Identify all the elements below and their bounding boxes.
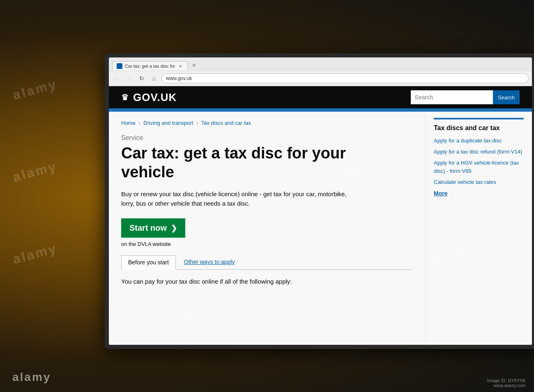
govuk-header: ♛ GOV.UK Search <box>109 86 532 108</box>
page-title: Car tax: get a tax disc for your vehicle <box>121 144 359 181</box>
breadcrumb-home[interactable]: Home <box>121 120 136 126</box>
breadcrumb: Home › Driving and transport › Tax discs… <box>121 120 413 126</box>
content-tabs: Before you start Other ways to apply <box>121 255 413 270</box>
govuk-search-area: Search <box>411 90 520 104</box>
breadcrumb-tax[interactable]: Tax discs and car tax <box>201 120 251 126</box>
browser-chrome: Car tax: get a tax disc for ✕ + ← → ↻ ⌂ <box>109 57 532 86</box>
new-tab-button[interactable]: + <box>189 60 199 71</box>
back-button[interactable]: ← <box>112 73 122 83</box>
search-input[interactable] <box>411 90 493 104</box>
sidebar-link-4[interactable]: Calculate vehicle tax rates <box>434 179 496 185</box>
browser-window: Car tax: get a tax disc for ✕ + ← → ↻ ⌂ … <box>109 57 532 345</box>
tab-other-ways[interactable]: Other ways to apply <box>177 255 242 269</box>
tab-before-you-start[interactable]: Before you start <box>121 255 176 270</box>
tab-content-text: You can pay for your tax disc online if … <box>121 278 413 285</box>
sidebar-link-1[interactable]: Apply for a duplicate tax disc <box>434 138 502 144</box>
sidebar-more-link[interactable]: More <box>434 190 524 197</box>
start-btn-label: Start now <box>129 223 167 233</box>
service-label: Service <box>121 134 413 142</box>
start-now-button[interactable]: Start now ❯ <box>121 218 185 238</box>
page-content: ♛ GOV.UK Search Home › Driv <box>109 86 532 345</box>
sidebar-link-2[interactable]: Apply for a tax disc refund (form V14) <box>434 149 522 155</box>
sidebar-links: Apply for a duplicate tax disc Apply for… <box>434 137 524 186</box>
list-item: Apply for a HGV vehicle licence (tax dis… <box>434 159 524 174</box>
tab-bar: Car tax: get a tax disc for ✕ + <box>109 57 532 71</box>
govuk-logo: ♛ GOV.UK <box>121 91 177 104</box>
start-btn-arrow-icon: ❯ <box>171 224 177 233</box>
address-input[interactable] <box>161 73 529 83</box>
page-description: Buy or renew your tax disc (vehicle lice… <box>121 190 359 208</box>
main-layout: Home › Driving and transport › Tax discs… <box>109 112 532 345</box>
crown-icon: ♛ <box>121 92 129 102</box>
refresh-button[interactable]: ↻ <box>137 73 147 83</box>
main-content: Home › Driving and transport › Tax discs… <box>109 112 425 345</box>
sidebar-blue-bar <box>434 118 524 119</box>
list-item: Apply for a tax disc refund (form V14) <box>434 148 524 156</box>
tab-close-button[interactable]: ✕ <box>177 63 183 69</box>
home-button[interactable]: ⌂ <box>149 73 159 83</box>
govuk-logo-text: GOV.UK <box>133 91 177 104</box>
tab-title: Car tax: get a tax disc for <box>125 64 175 69</box>
sidebar-link-3[interactable]: Apply for a HGV vehicle licence (tax dis… <box>434 160 519 174</box>
browser-tab[interactable]: Car tax: get a tax disc for ✕ <box>112 61 188 71</box>
forward-button[interactable]: → <box>124 73 134 83</box>
breadcrumb-sep-2: › <box>196 121 198 126</box>
tab-favicon <box>117 63 122 69</box>
dvla-note: on the DVLA website <box>121 241 413 247</box>
sidebar-title: Tax discs and car tax <box>434 124 524 132</box>
device-frame: Car tax: get a tax disc for ✕ + ← → ↻ ⌂ … <box>105 53 534 349</box>
sidebar: Tax discs and car tax Apply for a duplic… <box>425 112 532 345</box>
list-item: Apply for a duplicate tax disc <box>434 137 524 144</box>
search-button[interactable]: Search <box>493 90 520 104</box>
breadcrumb-driving[interactable]: Driving and transport <box>143 120 193 126</box>
blue-bar <box>109 108 532 112</box>
list-item: Calculate vehicle tax rates <box>434 178 524 186</box>
address-bar-row: ← → ↻ ⌂ <box>109 71 532 86</box>
breadcrumb-sep-1: › <box>139 121 140 126</box>
